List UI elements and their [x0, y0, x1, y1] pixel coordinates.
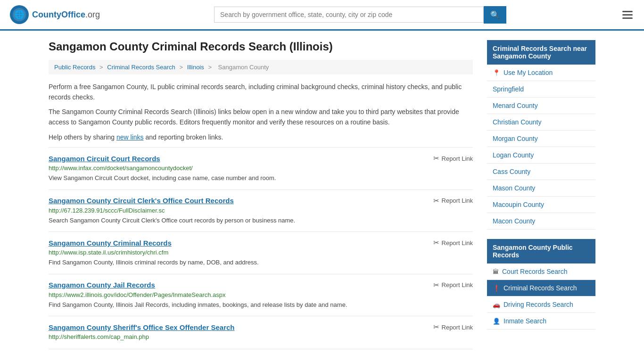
breadcrumb-sep2: > [179, 64, 184, 71]
report-link-btn[interactable]: ✂ Report Link [433, 197, 473, 205]
records-list: Sangamon Circuit Court Records ✂ Report … [49, 147, 473, 349]
record-item: Sangamon County Criminal Records ✂ Repor… [49, 231, 473, 274]
record-url[interactable]: http://www.isp.state.il.us/crimhistory/c… [49, 249, 473, 256]
report-link-btn[interactable]: ✂ Report Link [433, 323, 473, 331]
description-3: Help others by sharing new links and rep… [49, 132, 473, 143]
nearby-item[interactable]: Cass County [487, 164, 595, 180]
page-title: Sangamon County Criminal Records Search … [49, 40, 473, 53]
nearby-item[interactable]: Macoupin County [487, 197, 595, 213]
public-records-link[interactable]: Court Records Search [502, 268, 568, 275]
record-header: Sangamon County Circuit Clerk's Office C… [49, 197, 473, 205]
nearby-item[interactable]: Springfield [487, 81, 595, 98]
nearby-list: 📍Use My LocationSpringfieldMenard County… [487, 65, 595, 230]
report-link-btn[interactable]: ✂ Report Link [433, 281, 473, 289]
scissors-icon: ✂ [433, 323, 439, 331]
sidebar: Criminal Records Search near Sangamon Co… [487, 40, 595, 349]
record-desc: Search Sangamon County Circuit Clerk's O… [49, 216, 473, 225]
record-header: Sangamon County Sheriff's Office Sex Off… [49, 323, 473, 331]
menu-button[interactable] [620, 9, 635, 21]
nearby-link[interactable]: Springfield [493, 85, 524, 93]
description-2: The Sangamon County Criminal Records Sea… [49, 107, 473, 127]
breadcrumb-public-records[interactable]: Public Records [54, 64, 95, 71]
scissors-icon: ✂ [433, 154, 439, 163]
nearby-item[interactable]: Mason County [487, 180, 595, 197]
breadcrumb-sep3: > [208, 64, 213, 71]
content-area: Sangamon County Criminal Records Search … [49, 40, 473, 349]
breadcrumb: Public Records > Criminal Records Search… [49, 60, 473, 74]
record-desc: Find Sangamon County, Illinois criminal … [49, 258, 473, 267]
site-header: 🌐 CountyOffice.org 🔍 [0, 0, 644, 31]
logo-text: CountyOffice.org [32, 10, 100, 20]
record-url[interactable]: http://sheriffalerts.com/cap_main.php [49, 333, 473, 340]
public-records-item[interactable]: 👤Inmate Search [487, 313, 595, 329]
record-title[interactable]: Sangamon County Jail Records [49, 281, 155, 289]
record-title[interactable]: Sangamon County Sheriff's Office Sex Off… [49, 323, 235, 331]
record-item: Sangamon County Circuit Clerk's Office C… [49, 189, 473, 232]
public-records-item[interactable]: 🚗Driving Records Search [487, 296, 595, 313]
record-item: Sangamon County Sheriff's Office Sex Off… [49, 316, 473, 349]
report-link-label: Report Link [442, 324, 473, 331]
scissors-icon: ✂ [433, 239, 439, 247]
public-records-section: Sangamon County Public Records 🏛Court Re… [487, 239, 595, 329]
new-links-link[interactable]: new links [116, 133, 144, 141]
nearby-item[interactable]: Logan County [487, 147, 595, 164]
nearby-link[interactable]: Cass County [493, 168, 530, 175]
nearby-section: Criminal Records Search near Sangamon Co… [487, 40, 595, 230]
search-area: 🔍 [214, 6, 506, 24]
report-link-label: Report Link [442, 281, 473, 288]
breadcrumb-illinois[interactable]: Illinois [187, 64, 204, 71]
nearby-link[interactable]: Use My Location [504, 69, 553, 76]
record-item: Sangamon Circuit Court Records ✂ Report … [49, 147, 473, 189]
nearby-item[interactable]: Menard County [487, 98, 595, 114]
record-url[interactable]: http://67.128.239.91/sccc/FullDisclaimer… [49, 207, 473, 214]
nearby-link[interactable]: Menard County [493, 102, 538, 109]
nearby-item[interactable]: Christian County [487, 114, 595, 131]
breadcrumb-sep1: > [99, 64, 105, 71]
logo-icon: 🌐 [9, 5, 29, 25]
nearby-link[interactable]: Mason County [493, 184, 535, 192]
record-title[interactable]: Sangamon County Criminal Records [49, 239, 172, 247]
record-header: Sangamon Circuit Court Records ✂ Report … [49, 154, 473, 163]
public-records-item[interactable]: 🏛Court Records Search [487, 263, 595, 280]
sidebar-item-icon: 👤 [493, 318, 500, 325]
report-link-label: Report Link [442, 155, 473, 162]
record-url[interactable]: http://www.infax.com/docket/sangamoncoun… [49, 165, 473, 172]
svg-text:🌐: 🌐 [14, 9, 25, 20]
logo-area: 🌐 CountyOffice.org [9, 5, 100, 25]
nearby-link[interactable]: Christian County [493, 118, 542, 126]
description-1: Perform a free Sangamon County, IL publi… [49, 82, 473, 102]
report-link-label: Report Link [442, 197, 473, 204]
nearby-item[interactable]: 📍Use My Location [487, 65, 595, 81]
nearby-item[interactable]: Macon County [487, 213, 595, 230]
nearby-item[interactable]: Morgan County [487, 131, 595, 147]
main-wrapper: Sangamon County Criminal Records Search … [39, 31, 605, 359]
nearby-link[interactable]: Macoupin County [493, 201, 544, 208]
report-link-btn[interactable]: ✂ Report Link [433, 154, 473, 163]
sidebar-item-icon: 🏛 [493, 268, 499, 275]
search-input[interactable] [214, 7, 484, 23]
record-title[interactable]: Sangamon County Circuit Clerk's Office C… [49, 197, 234, 205]
public-records-link[interactable]: Criminal Records Search [504, 284, 577, 292]
record-desc: View Sangamon Circuit Court docket, incl… [49, 173, 473, 183]
nearby-link[interactable]: Morgan County [493, 135, 538, 142]
record-title[interactable]: Sangamon Circuit Court Records [49, 155, 160, 163]
public-records-link[interactable]: Driving Records Search [504, 301, 573, 308]
nearby-link[interactable]: Logan County [493, 151, 534, 159]
scissors-icon: ✂ [433, 197, 439, 205]
search-button[interactable]: 🔍 [484, 6, 506, 24]
scissors-icon: ✂ [433, 281, 439, 289]
record-header: Sangamon County Criminal Records ✂ Repor… [49, 239, 473, 247]
public-records-item[interactable]: ❗Criminal Records Search [487, 280, 595, 296]
report-link-label: Report Link [442, 239, 473, 247]
record-header: Sangamon County Jail Records ✂ Report Li… [49, 281, 473, 289]
public-records-list: 🏛Court Records Search❗Criminal Records S… [487, 263, 595, 329]
record-item: Sangamon County Jail Records ✂ Report Li… [49, 274, 473, 316]
report-link-btn[interactable]: ✂ Report Link [433, 239, 473, 247]
public-records-link[interactable]: Inmate Search [504, 317, 546, 325]
nearby-link[interactable]: Macon County [493, 217, 535, 225]
breadcrumb-current: Sangamon County [218, 64, 269, 71]
breadcrumb-criminal-records[interactable]: Criminal Records Search [107, 64, 175, 71]
desc3-suffix: and reporting broken links. [144, 133, 223, 141]
desc3-prefix: Help others by sharing [49, 133, 116, 141]
record-url[interactable]: https://www2.illinois.gov/idoc/Offender/… [49, 291, 473, 298]
